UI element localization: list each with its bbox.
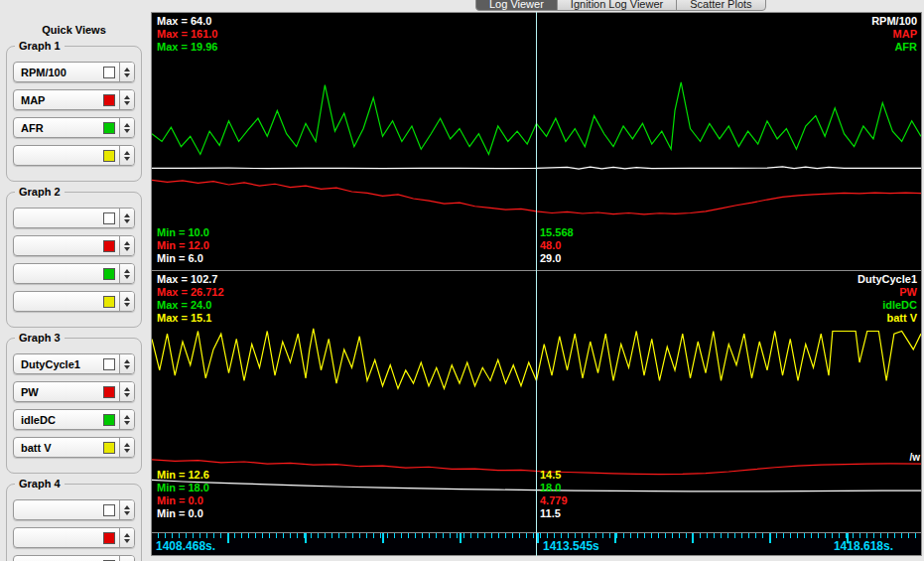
group-label: Graph 2 (15, 186, 65, 198)
stepper[interactable] (119, 528, 134, 547)
chevron-up-icon (124, 241, 130, 245)
value-label: Max = 26.712 (157, 286, 224, 299)
channel-select-afr[interactable]: AFR (13, 117, 135, 138)
log-viewer-window: Log ViewerIgnition Log ViewerScatter Plo… (0, 0, 924, 561)
value-label: idleDC (858, 299, 917, 312)
timeline-start-label: 1408.468s. (156, 539, 215, 553)
value-label: Max = 24.0 (157, 299, 224, 312)
chevron-down-icon (124, 219, 130, 223)
panel2-legend: DutyCycle1PWidleDCbatt V (858, 273, 917, 325)
channel-color-swatch (103, 386, 115, 398)
channel-color-swatch (103, 504, 115, 516)
chevron-down-icon (124, 247, 130, 251)
chevron-up-icon (124, 213, 130, 217)
channel-select-value: batt V (21, 442, 103, 454)
channel-select-empty[interactable] (13, 527, 135, 548)
channel-color-swatch (103, 212, 115, 224)
channel-select-empty[interactable] (13, 145, 135, 166)
panel1-max-labels: Max = 64.0Max = 161.0Max = 19.96 (157, 15, 217, 54)
channel-select-value: MAP (21, 94, 103, 106)
channel-select-value: PW (21, 386, 103, 398)
chevron-down-icon (124, 449, 130, 453)
stepper[interactable] (119, 90, 134, 109)
group-graph-4: Graph 4 (6, 484, 142, 561)
channel-select-empty[interactable] (13, 208, 135, 228)
stepper[interactable] (119, 264, 134, 283)
graph-area: Max = 64.0Max = 161.0Max = 19.96 RPM/100… (151, 12, 922, 556)
chevron-down-icon (124, 303, 130, 307)
quick-views-sidebar: Quick Views Graph 1RPM/100MAPAFRGraph 2G… (0, 0, 148, 561)
chevron-down-icon (124, 365, 130, 369)
channel-color-swatch (103, 358, 115, 370)
channel-select-pw[interactable]: PW (13, 381, 135, 402)
channel-select-empty[interactable] (13, 263, 135, 284)
value-label: Min = 0.0 (157, 494, 209, 507)
cursor-line[interactable] (536, 12, 537, 556)
value-label: Min = 18.0 (157, 482, 209, 494)
channel-color-swatch (103, 442, 115, 454)
group-label: Graph 4 (15, 478, 65, 490)
stepper[interactable] (119, 354, 134, 373)
channel-color-swatch (103, 67, 115, 78)
chevron-up-icon (124, 533, 130, 537)
channel-color-swatch (103, 94, 115, 106)
tab-scatter-plots[interactable]: Scatter Plots (676, 0, 765, 11)
stepper[interactable] (119, 382, 134, 401)
panel1-cursor-values: 15.56848.029.0 (540, 226, 574, 265)
view-tabs: Log ViewerIgnition Log ViewerScatter Plo… (475, 0, 766, 11)
chevron-up-icon (124, 505, 130, 509)
chevron-up-icon (124, 68, 130, 71)
chevron-up-icon (124, 359, 130, 363)
value-label: Min = 6.0 (157, 252, 209, 265)
chevron-down-icon (124, 511, 130, 515)
stepper[interactable] (119, 292, 134, 311)
chevron-down-icon (124, 421, 130, 425)
clipped-axis-label: /w (909, 452, 920, 463)
panel1-min-labels: Min = 10.0Min = 12.0Min = 6.0 (157, 226, 209, 265)
tab-log-viewer[interactable]: Log Viewer (475, 0, 558, 11)
channel-select-idledc[interactable]: idleDC (13, 409, 135, 430)
chevron-up-icon (124, 123, 130, 127)
channel-color-swatch (103, 296, 115, 308)
stepper[interactable] (119, 236, 134, 255)
channel-select-empty[interactable] (13, 499, 135, 520)
tab-ignition-log-viewer[interactable]: Ignition Log Viewer (557, 0, 677, 11)
stepper[interactable] (119, 556, 134, 561)
value-label: 48.0 (540, 239, 574, 252)
value-label: Max = 19.96 (157, 41, 217, 54)
channel-select-empty[interactable] (13, 291, 135, 312)
channel-select-empty[interactable] (13, 555, 135, 561)
channel-color-swatch (103, 268, 115, 280)
stepper[interactable] (119, 118, 134, 137)
stepper[interactable] (119, 500, 134, 519)
channel-color-swatch (103, 122, 115, 134)
value-label: PW (858, 286, 917, 299)
value-label: 14.5 (540, 469, 568, 482)
channel-select-rpm-100[interactable]: RPM/100 (13, 62, 135, 82)
stepper[interactable] (119, 438, 134, 457)
value-label: Min = 0.0 (157, 507, 209, 520)
chevron-up-icon (124, 297, 130, 301)
timeline-end-label: 1418.618s. (834, 539, 893, 553)
chevron-down-icon (124, 275, 130, 279)
stepper[interactable] (119, 63, 134, 81)
value-label: Max = 102.7 (157, 273, 224, 286)
group-graph-1: Graph 1RPM/100MAPAFR (6, 46, 142, 182)
chevron-down-icon (124, 393, 130, 397)
channel-select-empty[interactable] (13, 235, 135, 256)
timeline-cursor-label: 1413.545s (543, 539, 599, 553)
channel-select-batt-v[interactable]: batt V (13, 437, 135, 458)
stepper[interactable] (119, 410, 134, 429)
channel-select-map[interactable]: MAP (13, 89, 135, 110)
stepper[interactable] (119, 209, 134, 227)
group-label: Graph 1 (15, 40, 65, 52)
channel-select-value: DutyCycle1 (21, 358, 103, 370)
value-label: 15.568 (540, 226, 574, 239)
channel-select-dutycycle1[interactable]: DutyCycle1 (13, 353, 135, 374)
value-label: DutyCycle1 (858, 273, 917, 286)
channel-color-swatch (103, 240, 115, 252)
chevron-up-icon (124, 443, 130, 447)
stepper[interactable] (119, 146, 134, 165)
group-graph-3: Graph 3DutyCycle1PWidleDCbatt V (6, 338, 142, 474)
channel-color-swatch (103, 414, 115, 426)
